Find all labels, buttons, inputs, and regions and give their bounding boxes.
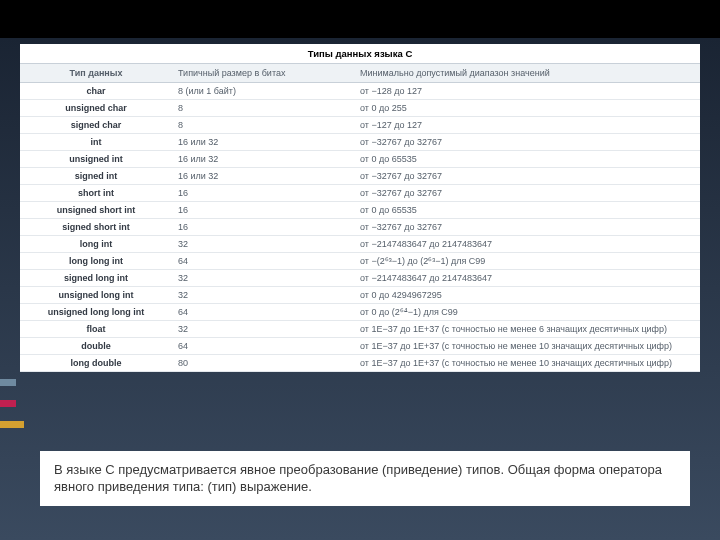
cell-range: от −127 до 127 bbox=[354, 117, 700, 134]
cell-size: 8 bbox=[172, 100, 354, 117]
cell-size: 16 bbox=[172, 185, 354, 202]
cell-range: от 0 до 4294967295 bbox=[354, 287, 700, 304]
cell-range: от −32767 до 32767 bbox=[354, 219, 700, 236]
accent-bars bbox=[0, 379, 24, 442]
cell-type: long long int bbox=[20, 253, 172, 270]
table-row: unsigned long int32от 0 до 4294967295 bbox=[20, 287, 700, 304]
table-row: unsigned long long int64от 0 до (2⁶⁴−1) … bbox=[20, 304, 700, 321]
cell-range: от −32767 до 32767 bbox=[354, 134, 700, 151]
cell-type: unsigned long long int bbox=[20, 304, 172, 321]
cell-size: 80 bbox=[172, 355, 354, 372]
cell-type: short int bbox=[20, 185, 172, 202]
table-row: float32от 1E−37 до 1E+37 (с точностью не… bbox=[20, 321, 700, 338]
cell-size: 64 bbox=[172, 253, 354, 270]
cell-range: от 0 до 65535 bbox=[354, 151, 700, 168]
cell-type: int bbox=[20, 134, 172, 151]
accent-bar bbox=[0, 400, 16, 407]
cell-type: char bbox=[20, 83, 172, 100]
table-row: int16 или 32от −32767 до 32767 bbox=[20, 134, 700, 151]
accent-bar bbox=[0, 421, 24, 428]
table-row: long double80от 1E−37 до 1E+37 (с точнос… bbox=[20, 355, 700, 372]
table-row: signed short int16от −32767 до 32767 bbox=[20, 219, 700, 236]
cell-range: от −32767 до 32767 bbox=[354, 185, 700, 202]
cell-range: от −2147483647 до 2147483647 bbox=[354, 236, 700, 253]
types-table: Типы данных языка C Тип данных Типичный … bbox=[20, 44, 700, 372]
table-row: short int16от −32767 до 32767 bbox=[20, 185, 700, 202]
cell-size: 32 bbox=[172, 236, 354, 253]
table-row: signed char8от −127 до 127 bbox=[20, 117, 700, 134]
cell-type: long double bbox=[20, 355, 172, 372]
table-row: signed int16 или 32от −32767 до 32767 bbox=[20, 168, 700, 185]
cell-size: 16 bbox=[172, 202, 354, 219]
cell-size: 16 bbox=[172, 219, 354, 236]
table-row: char8 (или 1 байт)от −128 до 127 bbox=[20, 83, 700, 100]
table-title: Типы данных языка C bbox=[20, 44, 700, 64]
cell-range: от 1E−37 до 1E+37 (с точностью не менее … bbox=[354, 355, 700, 372]
col-header-size: Типичный размер в битах bbox=[172, 64, 354, 83]
cell-range: от −(2⁶³−1) до (2⁶³−1) для C99 bbox=[354, 253, 700, 270]
table-row: double64от 1E−37 до 1E+37 (с точностью н… bbox=[20, 338, 700, 355]
cell-type: long int bbox=[20, 236, 172, 253]
cell-range: от 0 до 255 bbox=[354, 100, 700, 117]
table-row: long int32от −2147483647 до 2147483647 bbox=[20, 236, 700, 253]
cell-range: от −128 до 127 bbox=[354, 83, 700, 100]
cell-size: 16 или 32 bbox=[172, 151, 354, 168]
cell-type: unsigned short int bbox=[20, 202, 172, 219]
table-row: unsigned int16 или 32от 0 до 65535 bbox=[20, 151, 700, 168]
cell-range: от 0 до 65535 bbox=[354, 202, 700, 219]
cell-size: 64 bbox=[172, 338, 354, 355]
cell-type: signed long int bbox=[20, 270, 172, 287]
table-row: unsigned char8от 0 до 255 bbox=[20, 100, 700, 117]
cell-size: 8 bbox=[172, 117, 354, 134]
cell-size: 16 или 32 bbox=[172, 168, 354, 185]
cell-range: от 1E−37 до 1E+37 (с точностью не менее … bbox=[354, 338, 700, 355]
table-row: long long int64от −(2⁶³−1) до (2⁶³−1) дл… bbox=[20, 253, 700, 270]
cell-size: 32 bbox=[172, 287, 354, 304]
cell-size: 8 (или 1 байт) bbox=[172, 83, 354, 100]
cell-range: от −2147483647 до 2147483647 bbox=[354, 270, 700, 287]
cell-type: signed short int bbox=[20, 219, 172, 236]
table-row: unsigned short int16от 0 до 65535 bbox=[20, 202, 700, 219]
accent-bar bbox=[0, 379, 16, 386]
table-row: signed long int32от −2147483647 до 21474… bbox=[20, 270, 700, 287]
cell-type: double bbox=[20, 338, 172, 355]
cell-type: signed char bbox=[20, 117, 172, 134]
cell-size: 32 bbox=[172, 270, 354, 287]
cell-type: float bbox=[20, 321, 172, 338]
col-header-range: Минимально допустимый диапазон значений bbox=[354, 64, 700, 83]
cell-type: signed int bbox=[20, 168, 172, 185]
caption-text: В языке С предусматривается явное преобр… bbox=[40, 451, 690, 506]
cell-range: от 1E−37 до 1E+37 (с точностью не менее … bbox=[354, 321, 700, 338]
cell-size: 16 или 32 bbox=[172, 134, 354, 151]
cell-range: от −32767 до 32767 bbox=[354, 168, 700, 185]
cell-size: 32 bbox=[172, 321, 354, 338]
cell-size: 64 bbox=[172, 304, 354, 321]
cell-type: unsigned long int bbox=[20, 287, 172, 304]
col-header-type: Тип данных bbox=[20, 64, 172, 83]
cell-range: от 0 до (2⁶⁴−1) для C99 bbox=[354, 304, 700, 321]
cell-type: unsigned char bbox=[20, 100, 172, 117]
cell-type: unsigned int bbox=[20, 151, 172, 168]
table-header-row: Тип данных Типичный размер в битах Миним… bbox=[20, 64, 700, 83]
